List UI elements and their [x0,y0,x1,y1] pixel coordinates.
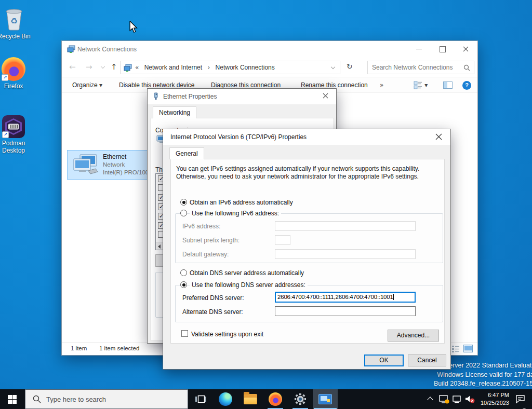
taskbar-network-connections-button[interactable] [313,389,338,409]
cancel-button[interactable]: Cancel [408,355,446,366]
start-button[interactable] [0,389,25,409]
toolbar-item-disable-device[interactable]: Disable this network device [119,81,194,89]
item-count: 1 item [71,345,87,351]
subnet-prefix-input[interactable] [275,235,290,245]
shortcut-arrow-icon: ↗ [2,74,8,81]
tray-server-manager-icon[interactable] [439,395,449,409]
help-icon: ? [462,81,471,90]
taskbar-settings-button[interactable] [288,389,313,409]
maximize-button[interactable] [431,41,454,57]
default-gateway-label: Default gateway: [182,251,229,258]
scroll-left-icon[interactable] [158,244,161,249]
radio-use-dns-addresses[interactable] [180,281,187,288]
tab-networking[interactable]: Networking [153,106,196,118]
close-button[interactable] [318,91,332,102]
windows-logo-icon [8,395,17,404]
mouse-cursor [129,21,138,35]
navigation-bar: ← → ↑ « Network and Internet › Network C… [62,58,477,77]
desktop-icon-podman-desktop[interactable]: ↗ Podman Desktop [0,115,30,154]
taskbar-file-explorer-button[interactable] [238,389,263,409]
desktop-icon-firefox[interactable]: ↗ Firefox [0,57,30,90]
task-view-icon [194,394,207,404]
dialog-titlebar[interactable]: Internet Protocol Version 6 (TCP/IPv6) P… [163,129,450,145]
ok-button[interactable]: OK [364,355,404,366]
radio-obtain-dns-automatically[interactable] [180,269,187,276]
taskbar-firefox-button[interactable] [263,389,288,409]
breadcrumb-item-network-connections[interactable]: Network Connections [216,64,275,71]
search-box [367,61,474,74]
tab-general[interactable]: General [169,147,204,159]
search-icon [33,395,41,403]
radio-use-ipv6-address[interactable] [180,210,187,216]
tray-volume-muted-icon[interactable] [465,395,475,409]
taskbar-edge-button[interactable] [213,389,238,409]
general-tab-page: You can get IPv6 settings assigned autom… [170,159,445,344]
default-gateway-input[interactable] [275,249,416,259]
back-icon[interactable]: ← [69,62,76,72]
svg-text:♻: ♻ [10,16,18,26]
forward-icon[interactable]: → [86,62,92,72]
radio-obtain-ipv6-automatically[interactable] [180,199,187,206]
details-view-button[interactable] [451,345,460,354]
watermark-line3: Build 20348.fe_release.210507-1500 [434,379,532,389]
desktop-icon-label: Recycle Bin [0,33,32,40]
close-button[interactable] [432,132,445,142]
ipv6-address-label: IPv6 address: [182,223,220,230]
action-center-button[interactable]: 1 [515,394,525,409]
desktop-icon-label: Podman Desktop [0,140,30,154]
advanced-button[interactable]: Advanced... [388,330,439,342]
search-icon [463,64,470,71]
organize-menu[interactable]: Organize ▾ [72,81,102,89]
taskbar-search-box [25,389,188,409]
action-center-icon [515,394,525,404]
refresh-icon[interactable]: ↻ [347,62,353,71]
window-title: Network Connections [77,46,137,53]
file-explorer-icon [244,394,257,404]
dialog-titlebar[interactable]: Ethernet Properties [148,89,336,104]
window-titlebar[interactable]: Network Connections [62,41,477,58]
desktop-icon-recycle-bin[interactable]: ♻ Recycle Bin [0,7,32,40]
firefox-icon [269,392,282,406]
podman-desktop-icon: ↗ [2,115,25,138]
address-dropdown-chevron-icon[interactable] [331,65,335,69]
address-bar[interactable]: « Network and Internet › Network Connect… [120,61,340,74]
large-icons-view-icon [463,345,473,352]
intro-text-line2: Otherwise, you need to ask your network … [176,173,419,180]
large-icons-view-button[interactable] [463,345,473,354]
dialog-title: Internet Protocol Version 6 (TCP/IPv6) P… [170,133,307,141]
alternate-dns-input[interactable] [275,306,416,316]
view-dropdown-icon: ▾ [424,81,428,89]
breadcrumb-separator-icon: › [204,64,214,71]
search-input[interactable] [372,62,460,73]
ipv6-address-input[interactable] [275,221,416,231]
view-options-icon [414,81,423,89]
minimize-button[interactable] [407,41,431,57]
toolbar-item-diagnose-connection[interactable]: Diagnose this connection [211,81,281,89]
ethernet-adapter-icon [71,154,100,176]
breadcrumb-prefix: « [135,64,142,71]
tray-network-icon[interactable] [453,396,462,409]
recycle-bin-icon: ♻ [3,7,25,31]
preferred-dns-input[interactable]: 2606:4700:4700::1111,2606:4700:4700::100… [275,292,416,303]
close-button[interactable] [454,41,477,57]
taskbar-clock[interactable]: 6:47 PM 10/25/2023 [477,391,509,407]
firefox-icon: ↗ [2,57,25,81]
preview-pane-button[interactable] [443,81,453,90]
change-view-button[interactable]: ▾ [414,81,428,91]
preferred-dns-label: Preferred DNS server: [182,294,244,302]
toolbar-overflow-icon[interactable]: » [380,81,383,89]
ethernet-properties-icon [152,92,159,101]
tray-expand-chevron-icon[interactable] [427,397,433,402]
radio-obtain-ipv6-label: Obtain an IPv6 address automatically [190,199,293,206]
task-view-button[interactable] [188,389,213,409]
alternate-dns-label: Alternate DNS server: [182,308,243,316]
taskbar-search-input[interactable] [46,394,181,404]
toolbar-item-rename-connection[interactable]: Rename this connection [301,81,368,89]
help-button[interactable]: ? [462,81,471,90]
address-location-icon [124,64,132,72]
validate-settings-checkbox[interactable] [181,330,188,337]
preview-pane-icon [443,81,453,89]
history-chevron-icon[interactable] [101,64,105,69]
up-icon[interactable]: ↑ [111,62,117,72]
breadcrumb-item-network-and-internet[interactable]: Network and Internet [144,64,202,71]
